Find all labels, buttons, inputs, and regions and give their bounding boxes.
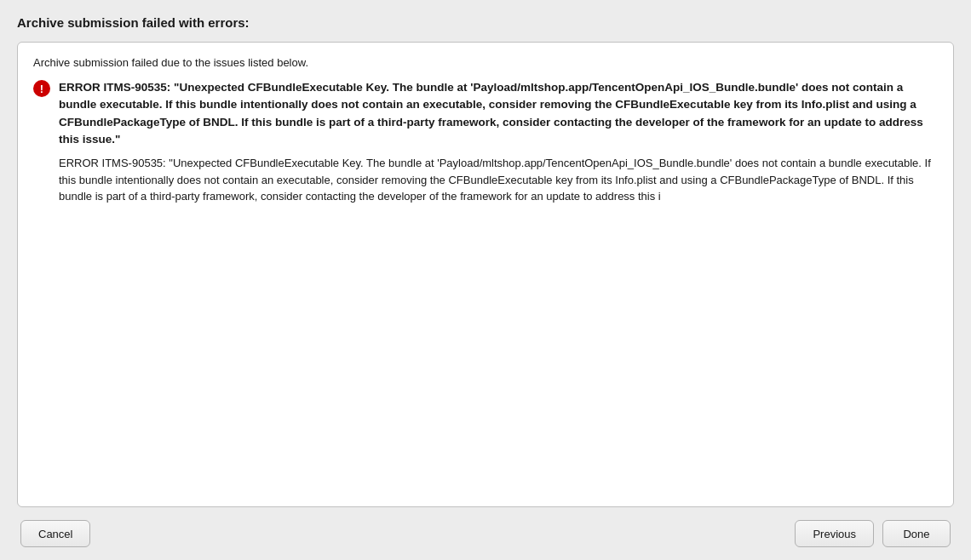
error-regular-text: ERROR ITMS-90535: "Unexpected CFBundleEx…	[59, 155, 938, 205]
error-bold-text: ERROR ITMS-90535: "Unexpected CFBundleEx…	[59, 79, 938, 148]
footer-right-buttons: Previous Done	[795, 520, 951, 547]
previous-button[interactable]: Previous	[795, 520, 874, 547]
footer: Cancel Previous Done	[17, 507, 954, 560]
error-content: ERROR ITMS-90535: "Unexpected CFBundleEx…	[59, 79, 938, 205]
error-icon: !	[33, 80, 50, 97]
svg-text:!: !	[40, 83, 43, 95]
page-title: Archive submission failed with errors:	[17, 15, 954, 30]
cancel-button[interactable]: Cancel	[20, 520, 90, 547]
error-box: Archive submission failed due to the iss…	[17, 42, 954, 507]
error-entry: ! ERROR ITMS-90535: "Unexpected CFBundle…	[33, 79, 938, 205]
intro-text: Archive submission failed due to the iss…	[33, 56, 938, 69]
done-button[interactable]: Done	[882, 520, 951, 547]
